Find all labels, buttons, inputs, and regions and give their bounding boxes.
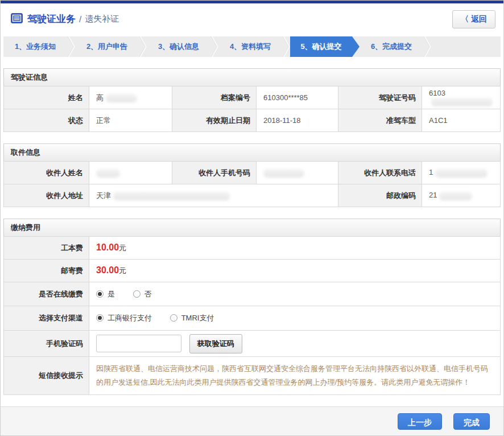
expiry-date-value: 2018-11-18	[257, 109, 338, 132]
online-no-label: 否	[144, 290, 152, 298]
recipient-mobile-label: 收件人手机号码	[172, 162, 257, 184]
channel-tmri-label: TMRI支付	[181, 314, 214, 322]
table-row: 选择支付渠道 工商银行支付 TMRI支付	[4, 306, 501, 331]
payment-channel-options: 工商银行支付 TMRI支付	[89, 306, 501, 331]
footer-action-bar: 上一步 完成	[1, 406, 503, 436]
table-row: 状态 正常 有效期止日期 2018-11-18 准驾车型 A1C1	[4, 109, 501, 132]
step-2-user-declaration[interactable]: 2、用户申告	[75, 36, 139, 57]
step-6-complete-submit[interactable]: 6、完成提交	[360, 36, 423, 57]
file-number-label: 档案编号	[172, 87, 257, 109]
breadcrumb-current: 遗失补证	[85, 14, 119, 24]
step-progress-bar: 1、业务须知 2、用户申告 3、确认信息 4、资料填写 5、确认提交 6、完成提…	[3, 36, 501, 57]
license-number-label: 驾驶证号码	[338, 87, 422, 109]
recipient-mobile-value	[257, 162, 338, 184]
online-payment-label: 是否在线缴费	[4, 282, 89, 306]
chevron-left-icon: 〈	[461, 14, 469, 23]
channel-icbc-label: 工商银行支付	[108, 314, 152, 322]
name-value: 高	[89, 87, 172, 109]
redacted-blur	[439, 192, 472, 200]
currency-unit: 元	[119, 266, 126, 275]
online-yes-radio[interactable]	[96, 290, 104, 298]
recipient-phone-value: 1	[422, 162, 501, 184]
status-value: 正常	[89, 109, 172, 132]
step-5-confirm-submit[interactable]: 5、确认提交	[290, 36, 360, 57]
sms-code-label: 手机验证码	[4, 331, 89, 357]
license-section-title: 驾驶证信息	[3, 68, 501, 87]
postal-code-label: 邮政编码	[338, 184, 422, 207]
pickup-info-section: 取件信息 收件人姓名 收件人手机号码 收件人联系电话 1 收件人地址 天津 邮政…	[3, 143, 501, 207]
redacted-blur	[106, 94, 137, 102]
breadcrumb-separator: /	[79, 14, 81, 24]
sms-code-field-cell: 获取验证码	[89, 331, 501, 357]
step-separator-icon	[423, 36, 431, 57]
table-row: 工本费 10.00元	[4, 237, 501, 260]
recipient-name-label: 收件人姓名	[4, 162, 89, 184]
redacted-blur	[435, 169, 488, 178]
page-header: 驾驶证业务 / 遗失补证 〈返回	[1, 3, 503, 35]
currency-unit: 元	[119, 244, 126, 252]
table-row: 是否在线缴费 是 否	[4, 282, 501, 306]
back-button-label: 返回	[471, 14, 487, 23]
step-separator-icon	[210, 36, 218, 57]
finish-button[interactable]: 完成	[453, 413, 490, 430]
previous-step-button[interactable]: 上一步	[398, 413, 442, 430]
vehicle-class-value: A1C1	[422, 109, 501, 132]
table-row: 收件人姓名 收件人手机号码 收件人联系电话 1	[4, 162, 501, 184]
pickup-section-title: 取件信息	[3, 143, 501, 162]
payment-section-title: 缴纳费用	[3, 219, 501, 237]
expiry-date-label: 有效期止日期	[172, 109, 257, 132]
table-row: 收件人地址 天津 邮政编码 21	[4, 184, 501, 207]
step-separator-icon	[67, 36, 75, 57]
postal-code-value: 21	[422, 184, 501, 207]
vehicle-class-label: 准驾车型	[338, 109, 422, 132]
status-label: 状态	[4, 109, 89, 132]
step-1-business-notice[interactable]: 1、业务须知	[3, 36, 67, 57]
name-label: 姓名	[4, 87, 89, 109]
page: 驾驶证业务 / 遗失补证 〈返回 1、业务须知 2、用户申告 3、确认信息 4、…	[0, 0, 504, 436]
online-yes-label: 是	[108, 290, 115, 298]
channel-icbc-radio[interactable]	[96, 314, 104, 322]
work-fee-value: 10.00元	[89, 237, 501, 260]
file-number-value: 610300****85	[257, 87, 338, 109]
redacted-blur	[96, 169, 120, 178]
redacted-blur	[263, 169, 304, 178]
postage-fee-label: 邮寄费	[4, 260, 89, 282]
back-button[interactable]: 〈返回	[452, 10, 495, 28]
postage-fee-amount: 30.00	[96, 265, 119, 275]
payment-fee-section: 缴纳费用 工本费 10.00元 邮寄费 30.00元 是否在线缴费 是 否 选择…	[3, 219, 501, 395]
step-4-fill-materials[interactable]: 4、资料填写	[218, 36, 282, 57]
list-card-icon	[11, 13, 23, 26]
sms-notice-cell: 因陕西省联通、电信运营商技术问题，陕西省互联网交通安全综合服务管理平台无法向持陕…	[89, 357, 501, 395]
step-bar-filler	[431, 36, 501, 57]
table-row: 短信接收提示 因陕西省联通、电信运营商技术问题，陕西省互联网交通安全综合服务管理…	[4, 357, 501, 395]
work-fee-label: 工本费	[4, 237, 89, 260]
table-row: 邮寄费 30.00元	[4, 260, 501, 282]
work-fee-amount: 10.00	[96, 242, 119, 252]
redacted-blur	[113, 192, 230, 200]
recipient-name-value	[89, 162, 172, 184]
license-info-section: 驾驶证信息 姓名 高 档案编号 610300****85 驾驶证号码 6103 …	[3, 68, 501, 132]
get-code-button[interactable]: 获取验证码	[189, 334, 242, 353]
step-separator-icon	[139, 36, 147, 57]
online-payment-options: 是 否	[89, 282, 501, 306]
payment-channel-label: 选择支付渠道	[4, 306, 89, 331]
table-row: 手机验证码 获取验证码	[4, 331, 501, 357]
table-row: 姓名 高 档案编号 610300****85 驾驶证号码 6103	[4, 87, 501, 109]
sms-code-input[interactable]	[96, 335, 181, 352]
recipient-address-label: 收件人地址	[4, 184, 89, 207]
recipient-address-value: 天津	[89, 184, 338, 207]
page-title: 驾驶证业务	[27, 13, 76, 26]
sms-notice-text: 因陕西省联通、电信运营商技术问题，陕西省互联网交通安全综合服务管理平台无法向持陕…	[96, 362, 493, 389]
channel-tmri-radio[interactable]	[170, 314, 177, 322]
step-3-confirm-info[interactable]: 3、确认信息	[147, 36, 210, 57]
redacted-blur	[431, 98, 493, 106]
postage-fee-value: 30.00元	[89, 260, 501, 282]
step-separator-icon	[282, 36, 290, 57]
online-no-radio[interactable]	[133, 290, 141, 298]
license-number-value: 6103	[422, 87, 501, 109]
recipient-phone-label: 收件人联系电话	[338, 162, 422, 184]
sms-notice-label: 短信接收提示	[4, 357, 89, 395]
